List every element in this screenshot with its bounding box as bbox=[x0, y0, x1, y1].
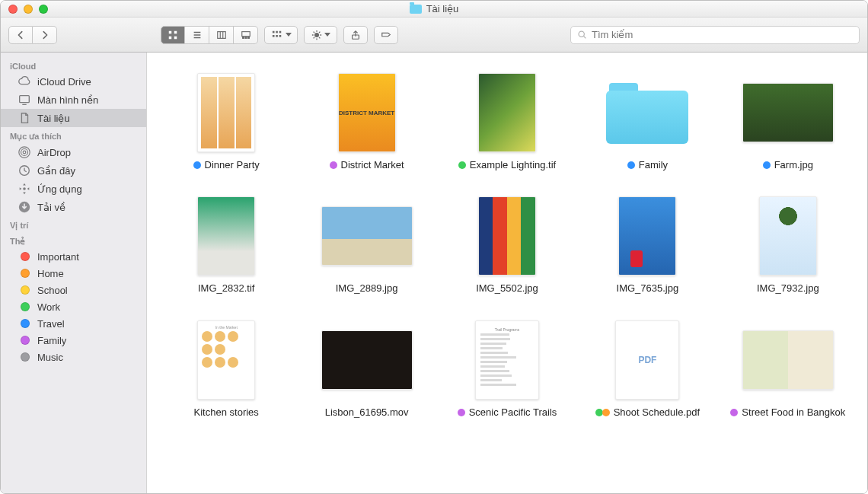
file-item[interactable]: Shoot Schedule.pdf bbox=[583, 318, 711, 419]
file-label: IMG_7635.jpg bbox=[617, 282, 679, 295]
sidebar-item-downloads[interactable]: Tải về bbox=[1, 198, 146, 216]
sidebar-tag-important[interactable]: Important bbox=[1, 248, 146, 265]
file-item[interactable]: IMG_5502.jpg bbox=[443, 194, 571, 295]
titlebar[interactable]: Tài liệu bbox=[1, 1, 867, 18]
file-item[interactable]: Street Food in Bangkok bbox=[724, 318, 852, 419]
search-field[interactable] bbox=[570, 26, 860, 44]
sidebar-item-documents[interactable]: Tài liệu bbox=[1, 109, 146, 127]
file-name: IMG_7932.jpg bbox=[757, 282, 819, 295]
tag-label: Music bbox=[37, 352, 63, 363]
sidebar-tag-home[interactable]: Home bbox=[1, 265, 146, 282]
file-label: Street Food in Bangkok bbox=[730, 406, 845, 419]
file-name: Kitchen stories bbox=[194, 406, 259, 419]
svg-rect-3 bbox=[174, 36, 177, 39]
file-thumbnail: DISTRICT MARKET bbox=[338, 71, 396, 155]
file-thumbnail: Trail Programs bbox=[475, 318, 539, 402]
svg-rect-16 bbox=[279, 30, 281, 33]
file-thumbnail: In the Market bbox=[197, 318, 255, 402]
sidebar-item-label: Ứng dụng bbox=[37, 183, 82, 195]
file-name: Family bbox=[639, 159, 668, 171]
file-name: IMG_5502.jpg bbox=[476, 282, 538, 295]
file-label: Farm.jpg bbox=[763, 159, 813, 171]
svg-point-30 bbox=[579, 31, 584, 37]
sidebar-item-label: Tài liệu bbox=[37, 113, 70, 124]
svg-point-35 bbox=[21, 149, 28, 156]
file-label: Shoot Schedule.pdf bbox=[595, 406, 700, 419]
view-buttons bbox=[161, 26, 258, 44]
sidebar-tag-school[interactable]: School bbox=[1, 282, 146, 298]
tag-dot-icon bbox=[21, 319, 30, 328]
column-view-button[interactable] bbox=[209, 26, 234, 44]
svg-rect-18 bbox=[276, 35, 278, 37]
file-name: Farm.jpg bbox=[774, 159, 813, 171]
svg-rect-2 bbox=[169, 36, 172, 39]
file-label: Example Lighting.tif bbox=[458, 159, 556, 171]
clock-icon bbox=[18, 164, 31, 177]
file-label: Scenic Pacific Trails bbox=[458, 406, 557, 419]
sidebar-section-icloud: iCloud bbox=[1, 57, 146, 72]
svg-rect-13 bbox=[247, 37, 249, 38]
file-item[interactable]: Family bbox=[583, 71, 711, 171]
sidebar-item-applications[interactable]: Ứng dụng bbox=[1, 180, 146, 198]
forward-button[interactable] bbox=[33, 26, 57, 44]
file-name: IMG_2889.jpg bbox=[336, 282, 398, 295]
icon-view-button[interactable] bbox=[161, 26, 185, 44]
tags-button[interactable] bbox=[374, 26, 398, 44]
window-title: Tài liệu bbox=[1, 3, 867, 14]
file-item[interactable]: IMG_2889.jpg bbox=[302, 194, 430, 295]
file-thumbnail bbox=[618, 194, 676, 278]
file-item[interactable]: Farm.jpg bbox=[724, 71, 852, 171]
sidebar-item-desktop[interactable]: Màn hình nền bbox=[1, 91, 146, 109]
tag-label: School bbox=[37, 285, 68, 296]
search-input[interactable] bbox=[592, 29, 853, 40]
airdrop-icon bbox=[18, 145, 31, 159]
file-thumbnail bbox=[615, 318, 679, 402]
sidebar-item-label: Màn hình nền bbox=[37, 94, 98, 106]
file-name: Example Lighting.tif bbox=[470, 159, 556, 171]
sidebar-item-label: AirDrop bbox=[37, 147, 71, 158]
sidebar-tag-travel[interactable]: Travel bbox=[1, 315, 146, 332]
back-button[interactable] bbox=[8, 26, 33, 44]
share-button[interactable] bbox=[343, 26, 368, 44]
file-item[interactable]: Example Lighting.tif bbox=[443, 71, 571, 171]
sidebar: iCloud iCloud Drive Màn hình nền Tài liệ… bbox=[1, 53, 147, 493]
svg-rect-14 bbox=[272, 30, 274, 33]
file-name: Street Food in Bangkok bbox=[742, 406, 845, 419]
file-name: IMG_2832.tif bbox=[198, 282, 254, 295]
file-item[interactable]: IMG_2832.tif bbox=[162, 194, 290, 295]
file-item[interactable]: IMG_7932.jpg bbox=[724, 194, 852, 295]
tag-dot-icon bbox=[21, 302, 30, 311]
file-tag-dot bbox=[627, 161, 635, 169]
file-item[interactable]: IMG_7635.jpg bbox=[583, 194, 711, 295]
sidebar-item-icloud-drive[interactable]: iCloud Drive bbox=[1, 72, 146, 91]
svg-line-26 bbox=[319, 37, 320, 38]
action-button[interactable] bbox=[304, 26, 337, 44]
list-view-button[interactable] bbox=[185, 26, 209, 44]
document-icon bbox=[18, 111, 31, 125]
sidebar-item-recents[interactable]: Gần đây bbox=[1, 161, 146, 180]
file-item[interactable]: Lisbon_61695.mov bbox=[302, 318, 430, 419]
file-name: Dinner Party bbox=[205, 159, 260, 171]
sidebar-section-tags: Thẻ bbox=[1, 232, 146, 248]
file-item[interactable]: Dinner Party bbox=[162, 71, 290, 171]
svg-line-27 bbox=[313, 37, 314, 38]
gallery-view-button[interactable] bbox=[234, 26, 258, 44]
svg-line-25 bbox=[313, 31, 314, 32]
tag-dot-icon bbox=[21, 269, 30, 278]
file-item[interactable]: DISTRICT MARKETDistrict Market bbox=[302, 71, 430, 171]
arrange-button[interactable] bbox=[264, 26, 298, 44]
sidebar-tag-music[interactable]: Music bbox=[1, 349, 146, 365]
file-name: Scenic Pacific Trails bbox=[469, 406, 557, 419]
tag-dot-icon bbox=[21, 285, 30, 295]
sidebar-item-label: Tải về bbox=[37, 202, 65, 213]
file-grid[interactable]: Dinner PartyDISTRICT MARKETDistrict Mark… bbox=[147, 53, 867, 493]
svg-rect-1 bbox=[174, 30, 177, 33]
sidebar-tag-work[interactable]: Work bbox=[1, 298, 146, 315]
sidebar-item-airdrop[interactable]: AirDrop bbox=[1, 143, 146, 161]
sidebar-tag-family[interactable]: Family bbox=[1, 332, 146, 349]
svg-rect-32 bbox=[20, 96, 30, 103]
file-item[interactable]: In the MarketKitchen stories bbox=[162, 318, 290, 419]
file-name: IMG_7635.jpg bbox=[617, 282, 679, 295]
file-item[interactable]: Trail ProgramsScenic Pacific Trails bbox=[443, 318, 571, 419]
svg-rect-15 bbox=[276, 30, 278, 33]
